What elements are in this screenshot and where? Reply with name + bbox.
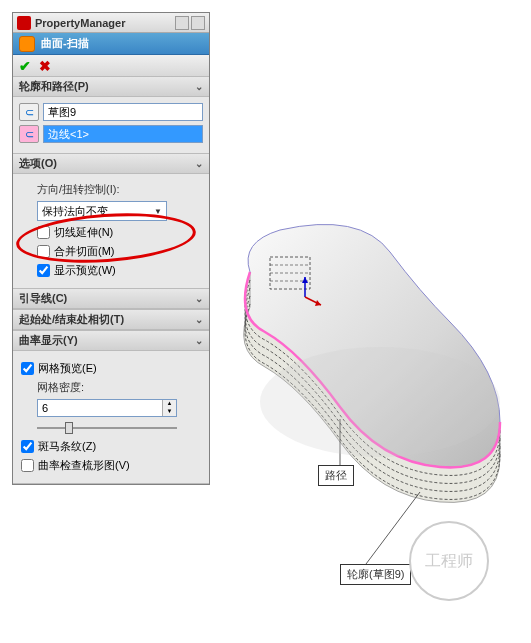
slider-thumb[interactable] bbox=[65, 422, 73, 434]
profile-selection-row: ⊂ 草图9 bbox=[19, 103, 203, 121]
path-icon[interactable]: ⊂ bbox=[19, 125, 39, 143]
ok-button[interactable]: ✔ bbox=[19, 58, 31, 74]
orientation-dropdown[interactable]: 保持法向不变 ▼ bbox=[37, 201, 167, 221]
watermark: 工程师 bbox=[409, 521, 489, 601]
path-selection-row: ⊂ 边线<1> bbox=[19, 125, 203, 143]
titlebar-controls[interactable] bbox=[175, 16, 205, 30]
svg-point-18 bbox=[260, 347, 500, 457]
mesh-density-input[interactable]: 6 ▲▼ bbox=[37, 399, 177, 417]
section-curvature: 曲率显示(Y) ⌄ 网格预览(E) 网格密度: 6 ▲▼ 斑马条纹(Z) 曲率检… bbox=[13, 331, 209, 484]
cancel-button[interactable]: ✖ bbox=[39, 58, 51, 74]
section-profile-path: 轮廓和路径(P) ⌄ ⊂ 草图9 ⊂ 边线<1> bbox=[13, 77, 209, 154]
profile-icon[interactable]: ⊂ bbox=[19, 103, 39, 121]
sweep-surface-icon bbox=[19, 36, 35, 52]
mesh-density-label: 网格密度: bbox=[37, 380, 203, 395]
section-header-curvature[interactable]: 曲率显示(Y) ⌄ bbox=[13, 331, 209, 351]
chevron-down-icon: ▼ bbox=[154, 207, 162, 216]
profile-input[interactable]: 草图9 bbox=[43, 103, 203, 121]
action-row: ✔ ✖ bbox=[13, 55, 209, 77]
merge-faces-checkbox[interactable]: 合并切面(M) bbox=[37, 244, 203, 259]
collapse-icon: ⌄ bbox=[195, 158, 203, 169]
tangent-extension-checkbox[interactable]: 切线延伸(N) bbox=[37, 225, 203, 240]
show-preview-checkbox[interactable]: 显示预览(W) bbox=[37, 263, 203, 278]
collapse-icon: ⌄ bbox=[195, 335, 203, 346]
section-tangency: 起始处/结束处相切(T) ⌄ bbox=[13, 310, 209, 331]
orientation-label: 方向/扭转控制(I): bbox=[37, 182, 203, 197]
section-header-options[interactable]: 选项(O) ⌄ bbox=[13, 154, 209, 174]
svg-rect-5 bbox=[0, 633, 531, 643]
section-header-tangency[interactable]: 起始处/结束处相切(T) ⌄ bbox=[13, 310, 209, 330]
path-input[interactable]: 边线<1> bbox=[43, 125, 203, 143]
feature-name: 曲面-扫描 bbox=[41, 36, 89, 51]
curvature-comb-checkbox[interactable]: 曲率检查梳形图(V) bbox=[21, 458, 203, 473]
app-logo-icon bbox=[17, 16, 31, 30]
svg-rect-7 bbox=[521, 0, 531, 643]
svg-rect-4 bbox=[0, 0, 531, 10]
svg-rect-6 bbox=[0, 0, 10, 643]
section-guides: 引导线(C) ⌄ bbox=[13, 289, 209, 310]
feature-header: 曲面-扫描 bbox=[13, 33, 209, 55]
spinner-control[interactable]: ▲▼ bbox=[162, 400, 176, 416]
callout-profile: 轮廓(草图9) bbox=[340, 564, 411, 585]
panel-titlebar: PropertyManager bbox=[13, 13, 209, 33]
collapse-icon: ⌄ bbox=[195, 293, 203, 304]
property-manager-panel: PropertyManager 曲面-扫描 ✔ ✖ 轮廓和路径(P) ⌄ ⊂ 草… bbox=[12, 12, 210, 485]
collapse-icon: ⌄ bbox=[195, 314, 203, 325]
mesh-preview-checkbox[interactable]: 网格预览(E) bbox=[21, 361, 203, 376]
section-header-profile-path[interactable]: 轮廓和路径(P) ⌄ bbox=[13, 77, 209, 97]
zebra-stripes-checkbox[interactable]: 斑马条纹(Z) bbox=[21, 439, 203, 454]
callout-path: 路径 bbox=[318, 465, 354, 486]
section-options: 选项(O) ⌄ 方向/扭转控制(I): 保持法向不变 ▼ 切线延伸(N) 合并切… bbox=[13, 154, 209, 289]
collapse-icon: ⌄ bbox=[195, 81, 203, 92]
section-header-guides[interactable]: 引导线(C) ⌄ bbox=[13, 289, 209, 309]
mesh-density-slider[interactable] bbox=[37, 421, 177, 435]
graphics-viewport[interactable]: 路径 轮廓(草图9) 工程师 bbox=[210, 12, 519, 631]
panel-title: PropertyManager bbox=[35, 17, 171, 29]
